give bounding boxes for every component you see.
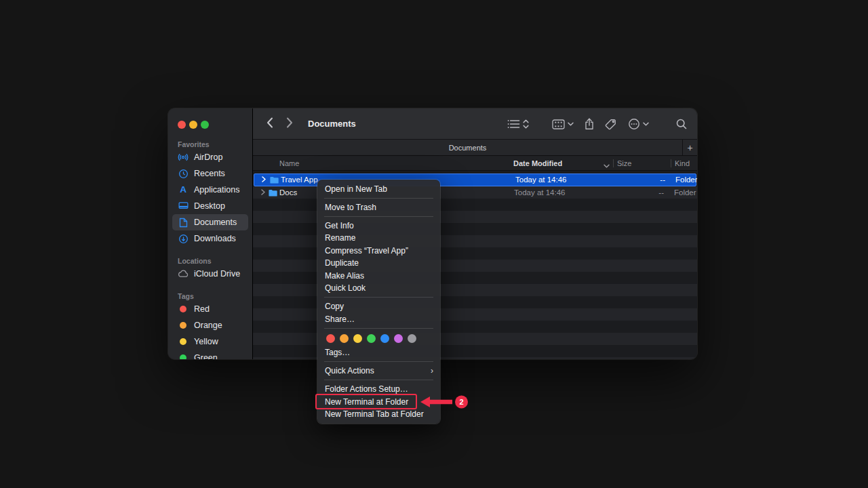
menu-item-new-terminal-at-folder[interactable]: New Terminal at Folder 2	[317, 396, 440, 409]
sidebar-item-label: AirDrop	[194, 152, 222, 162]
share-icon	[584, 118, 595, 130]
sort-chevron-icon	[604, 161, 610, 169]
sidebar-section-locations: Locations	[178, 256, 252, 266]
desktop-background: Favorites AirDrop Recents	[0, 0, 868, 488]
sidebar-item-desktop[interactable]: Desktop	[172, 198, 248, 214]
menu-item-share[interactable]: Share…	[317, 313, 440, 326]
column-header-size[interactable]: Size	[617, 156, 631, 171]
menu-separator	[324, 380, 433, 380]
menu-item-make-alias[interactable]: Make Alias	[317, 270, 440, 283]
sidebar-item-label: Green	[194, 353, 218, 359]
file-name: Travel App	[281, 174, 318, 185]
document-icon	[178, 217, 189, 228]
close-button[interactable]	[178, 121, 186, 129]
annotation-arrow-icon	[420, 396, 452, 408]
red-tag-dot[interactable]	[326, 334, 335, 343]
search-button[interactable]	[676, 119, 687, 129]
back-button[interactable]	[267, 117, 273, 131]
group-view-icon	[552, 119, 565, 129]
file-kind: Folder	[674, 186, 696, 199]
sidebar-item-downloads[interactable]: Downloads	[172, 230, 248, 247]
sidebar-item-documents[interactable]: Documents	[172, 214, 248, 230]
tab-documents[interactable]: Documents	[253, 144, 682, 152]
column-divider	[671, 159, 671, 167]
folder-icon	[270, 176, 279, 186]
new-tab-button[interactable]: +	[682, 140, 697, 155]
airdrop-icon	[178, 152, 189, 163]
menu-item-new-terminal-tab-at-folder[interactable]: New Terminal Tab at Folder	[317, 408, 440, 421]
sidebar-item-label: Documents	[194, 218, 237, 227]
blue-tag-dot[interactable]	[380, 334, 389, 343]
gray-tag-dot[interactable]	[408, 334, 416, 343]
forward-button[interactable]	[286, 117, 293, 131]
menu-item-rename[interactable]: Rename	[317, 232, 440, 245]
yellow-tag-dot[interactable]	[353, 334, 362, 343]
more-actions-button[interactable]	[628, 118, 649, 130]
menu-item-tags[interactable]: Tags…	[317, 346, 440, 359]
red-tag-icon	[180, 306, 186, 312]
clock-icon	[178, 168, 189, 179]
menu-item-quick-actions[interactable]: Quick Actions ›	[317, 365, 440, 378]
sidebar-item-tag-orange[interactable]: Orange	[172, 317, 248, 333]
menu-separator	[324, 328, 433, 329]
sidebar-item-label: Orange	[194, 321, 222, 330]
toolbar: Documents	[253, 108, 697, 140]
sidebar-item-tag-yellow[interactable]: Yellow	[172, 333, 248, 350]
sidebar-item-label: Yellow	[194, 337, 218, 346]
zoom-button[interactable]	[201, 121, 209, 129]
group-button[interactable]	[552, 119, 574, 129]
purple-tag-dot[interactable]	[394, 334, 403, 343]
desktop-icon	[178, 201, 189, 211]
annotation-highlight-box	[315, 394, 417, 409]
menu-tag-colors	[317, 331, 440, 346]
green-tag-dot[interactable]	[367, 334, 376, 343]
window-title: Documents	[308, 119, 356, 129]
context-menu: Open in New Tab Move to Trash Get Info R…	[317, 180, 440, 424]
file-kind: Folder	[675, 174, 697, 185]
yellow-tag-icon	[180, 338, 186, 345]
menu-item-label: Quick Actions	[325, 366, 374, 375]
share-button[interactable]	[584, 118, 595, 130]
minimize-button[interactable]	[189, 121, 197, 129]
menu-separator	[324, 216, 433, 217]
orange-tag-dot[interactable]	[340, 334, 349, 343]
sidebar-item-recents[interactable]: Recents	[172, 165, 248, 182]
file-size: --	[631, 174, 665, 185]
sidebar-section-favorites: Favorites	[178, 140, 252, 149]
column-divider	[613, 159, 614, 167]
menu-item-quick-look[interactable]: Quick Look	[317, 282, 440, 295]
sidebar-item-label: Downloads	[194, 234, 236, 243]
view-options-button[interactable]	[507, 119, 529, 129]
window-controls	[168, 121, 252, 129]
sidebar-item-airdrop[interactable]: AirDrop	[172, 149, 248, 165]
column-header-date-modified[interactable]: Date Modified	[513, 156, 562, 171]
column-header-kind[interactable]: Kind	[675, 156, 690, 171]
submenu-chevron-icon: ›	[431, 365, 433, 378]
menu-separator	[324, 297, 433, 298]
menu-item-open-in-new-tab[interactable]: Open in New Tab	[317, 183, 440, 196]
search-icon	[676, 119, 687, 129]
sidebar-item-label: Desktop	[194, 201, 225, 211]
tab-bar: Documents +	[253, 140, 697, 156]
menu-item-compress[interactable]: Compress “Travel App”	[317, 245, 440, 258]
sidebar-item-icloud-drive[interactable]: iCloud Drive	[172, 266, 248, 282]
column-header-name[interactable]: Name	[279, 156, 299, 171]
downloads-icon	[178, 233, 189, 244]
sidebar-item-tag-red[interactable]: Red	[172, 301, 248, 317]
file-date-modified: Today at 14:46	[515, 174, 566, 185]
menu-item-move-to-trash[interactable]: Move to Trash	[317, 201, 440, 214]
disclosure-chevron-icon[interactable]	[262, 174, 266, 185]
menu-item-duplicate[interactable]: Duplicate	[317, 257, 440, 270]
sidebar-item-applications[interactable]: A Applications	[172, 182, 248, 198]
disclosure-chevron-icon[interactable]	[261, 186, 265, 199]
chevron-down-icon	[643, 122, 649, 126]
menu-item-copy[interactable]: Copy	[317, 300, 440, 313]
sidebar-item-tag-green[interactable]: Green	[172, 350, 248, 359]
menu-item-get-info[interactable]: Get Info	[317, 220, 440, 232]
file-date-modified: Today at 14:46	[514, 186, 565, 199]
menu-separator	[324, 198, 433, 199]
file-name: Docs	[279, 186, 297, 199]
list-view-icon	[507, 119, 520, 129]
tags-button[interactable]	[605, 119, 616, 130]
annotation-step-badge: 2	[455, 395, 468, 408]
